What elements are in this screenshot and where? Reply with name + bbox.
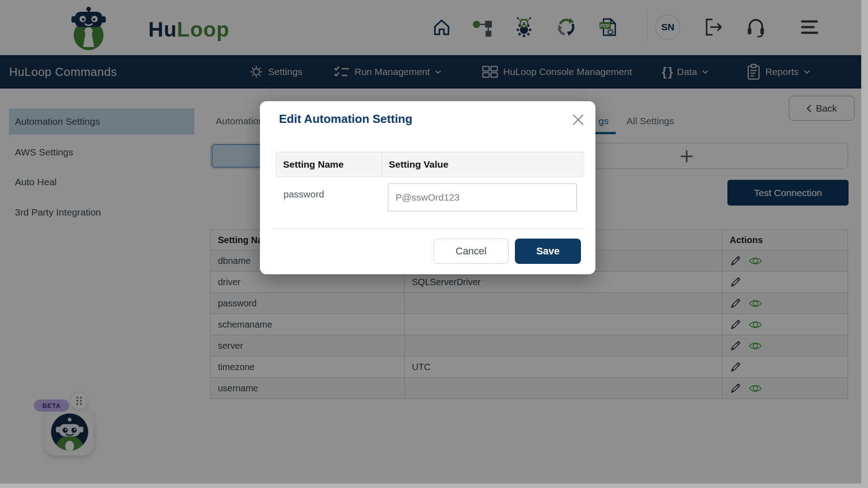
setting-value-input[interactable] [388, 183, 577, 211]
modal-setting-name-value: password [283, 189, 324, 200]
modal-divider [271, 228, 585, 229]
save-button[interactable]: Save [515, 239, 581, 264]
modal-col-setting-name: Setting Name [276, 152, 382, 177]
horizontal-scrollbar[interactable] [0, 483, 861, 488]
app-window: HuLoop A [0, 0, 868, 488]
vertical-scrollbar[interactable] [861, 0, 868, 488]
close-icon[interactable] [571, 112, 586, 127]
modal-title: Edit Automation Setting [279, 112, 412, 126]
modal-col-setting-value: Setting Value [382, 152, 583, 177]
modal-table-header: Setting Name Setting Value [276, 152, 583, 177]
edit-automation-setting-modal: Edit Automation Setting Setting Name Set… [260, 101, 595, 274]
cancel-button[interactable]: Cancel [434, 239, 509, 264]
modal-setting-table: Setting Name Setting Value [276, 152, 583, 177]
